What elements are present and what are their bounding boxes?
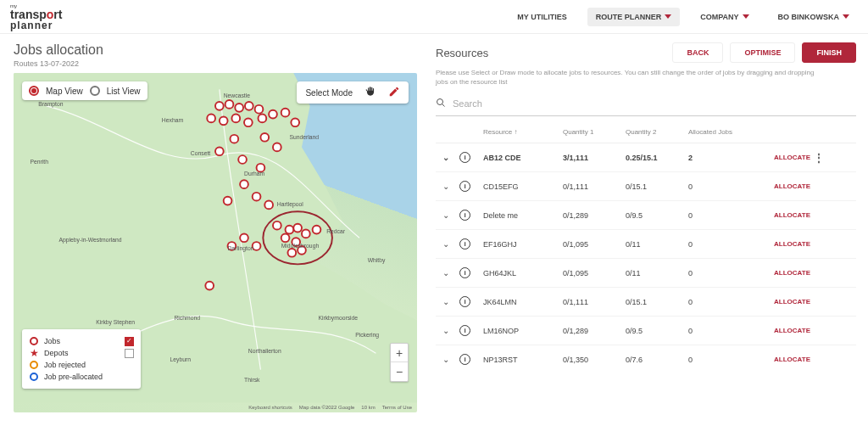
legend-depots: Depots	[44, 349, 69, 357]
radio-list-view[interactable]	[90, 86, 100, 96]
optimise-button[interactable]: OPTIMISE	[730, 42, 795, 63]
logo-bottom: planner	[10, 20, 62, 31]
svg-point-23	[273, 221, 281, 230]
draw-icon[interactable]	[388, 86, 400, 99]
cell-allocated: 0	[688, 211, 756, 220]
table-row: ⌄iGH64JKL0/1,0950/110ALLOCATE	[436, 259, 856, 288]
svg-point-6	[220, 116, 228, 125]
footer-shortcuts[interactable]: Keyboard shortcuts	[248, 405, 292, 410]
expand-row-icon[interactable]: ⌄	[436, 355, 456, 364]
cell-quantity2: 0.25/15.1	[626, 154, 685, 162]
cell-quantity1: 0/1,289	[563, 327, 622, 335]
svg-text:Kirkby Stephen: Kirkby Stephen	[96, 319, 135, 326]
svg-point-25	[293, 224, 302, 233]
pan-icon[interactable]	[364, 86, 376, 99]
svg-point-4	[255, 105, 264, 114]
mode-toolbar: Select Mode	[297, 81, 409, 104]
info-icon[interactable]: i	[459, 210, 470, 221]
svg-point-3	[245, 102, 253, 110]
radio-map-view[interactable]	[29, 86, 39, 96]
svg-text:Richmond: Richmond	[174, 315, 200, 321]
nav-route-planner[interactable]: ROUTE PLANNER	[587, 8, 681, 26]
svg-point-28	[302, 230, 310, 238]
expand-row-icon[interactable]: ⌄	[436, 297, 456, 306]
zoom-control: + −	[390, 343, 409, 382]
svg-point-9	[259, 115, 267, 123]
svg-text:Middlesbrough: Middlesbrough	[281, 243, 320, 249]
svg-point-33	[240, 233, 248, 242]
topbar: my transport planner MY UTILITIES ROUTE …	[0, 0, 868, 34]
svg-text:Whitby: Whitby	[368, 257, 386, 264]
zoom-in-button[interactable]: +	[391, 344, 408, 362]
cell-quantity2: 0/7.6	[626, 356, 685, 364]
search-row	[436, 95, 856, 116]
svg-point-19	[240, 180, 248, 188]
svg-text:Thirsk: Thirsk	[244, 377, 260, 383]
search-input[interactable]	[453, 95, 856, 112]
info-icon[interactable]: i	[459, 296, 470, 307]
info-icon[interactable]: i	[459, 181, 470, 192]
legend-rejected: Job rejected	[44, 361, 86, 369]
cell-quantity2: 0/15.1	[626, 298, 685, 306]
allocate-button[interactable]: ALLOCATE	[760, 182, 810, 190]
info-icon[interactable]: i	[459, 325, 470, 336]
expand-row-icon[interactable]: ⌄	[436, 153, 456, 162]
map-view-label: Map View	[46, 87, 83, 96]
checkbox-jobs[interactable]	[125, 337, 134, 346]
info-icon[interactable]: i	[459, 267, 470, 278]
table-row: ⌄iLM16NOP0/1,2890/9.50ALLOCATE	[436, 317, 856, 345]
col-resource[interactable]: Resource ↑	[483, 128, 559, 136]
col-allocated[interactable]: Allocated Jobs	[688, 128, 756, 136]
top-nav: MY UTILITIES ROUTE PLANNER COMPANY BO BI…	[509, 8, 858, 26]
allocate-button[interactable]: ALLOCATE	[760, 327, 810, 334]
sort-up-icon: ↑	[514, 128, 517, 136]
allocate-button[interactable]: ALLOCATE	[760, 240, 810, 248]
footer-terms[interactable]: Terms of Use	[382, 405, 412, 410]
nav-my-utilities[interactable]: MY UTILITIES	[509, 8, 575, 26]
cell-allocated: 0	[688, 240, 756, 249]
expand-row-icon[interactable]: ⌄	[436, 210, 456, 220]
map[interactable]: Newcastle Sunderland Durham Hartlepool M…	[14, 73, 417, 412]
info-icon[interactable]: i	[459, 238, 470, 249]
legend-preallocated: Job pre-allocated	[44, 373, 103, 381]
allocate-button[interactable]: ALLOCATE	[760, 269, 810, 277]
chevron-down-icon	[743, 14, 749, 19]
svg-text:Hartlepool: Hartlepool	[277, 201, 303, 208]
cell-quantity2: 0/15.1	[626, 182, 685, 191]
logo-mid: transport	[10, 8, 62, 20]
col-quantity1[interactable]: Quantity 1	[563, 128, 622, 136]
info-icon[interactable]: i	[459, 152, 470, 163]
svg-text:Leyburn: Leyburn	[170, 356, 192, 363]
zoom-out-button[interactable]: −	[391, 362, 408, 381]
expand-row-icon[interactable]: ⌄	[436, 239, 456, 249]
svg-point-20	[253, 193, 261, 201]
legend-jobs: Jobs	[44, 337, 60, 345]
allocate-button[interactable]: ALLOCATE	[760, 154, 810, 161]
expand-row-icon[interactable]: ⌄	[436, 326, 456, 335]
cell-resource: NP13RST	[483, 356, 559, 364]
back-button[interactable]: BACK	[672, 42, 723, 63]
expand-row-icon[interactable]: ⌄	[436, 182, 456, 191]
table-row: ⌄iCD15EFG0/1,1110/15.10ALLOCATE	[436, 172, 856, 201]
more-icon[interactable]: ⋮	[814, 153, 824, 163]
cell-quantity1: 0/1,111	[563, 298, 622, 306]
svg-text:Newcastle: Newcastle	[224, 92, 251, 98]
footer-scale: 10 km	[361, 405, 375, 410]
info-icon[interactable]: i	[459, 354, 470, 365]
cell-resource: GH64JKL	[483, 269, 559, 277]
allocate-button[interactable]: ALLOCATE	[760, 356, 810, 363]
svg-text:Pickering: Pickering	[355, 332, 379, 339]
col-quantity2[interactable]: Quantity 2	[626, 128, 685, 136]
finish-button[interactable]: FINISH	[802, 42, 856, 63]
nav-company[interactable]: COMPANY	[692, 8, 757, 26]
logo: my transport planner	[10, 3, 62, 31]
table-body[interactable]: ⌄iAB12 CDE3/1,1110.25/15.12ALLOCATE⋮⌄iCD…	[436, 143, 856, 372]
allocate-button[interactable]: ALLOCATE	[760, 211, 810, 219]
cell-quantity1: 3/1,111	[563, 154, 622, 162]
nav-user[interactable]: BO BINKOWSKA	[770, 8, 859, 26]
allocate-button[interactable]: ALLOCATE	[760, 298, 810, 305]
cell-resource: Delete me	[483, 211, 559, 220]
chevron-down-icon	[843, 14, 849, 19]
checkbox-depots[interactable]	[125, 349, 134, 358]
expand-row-icon[interactable]: ⌄	[436, 268, 456, 277]
